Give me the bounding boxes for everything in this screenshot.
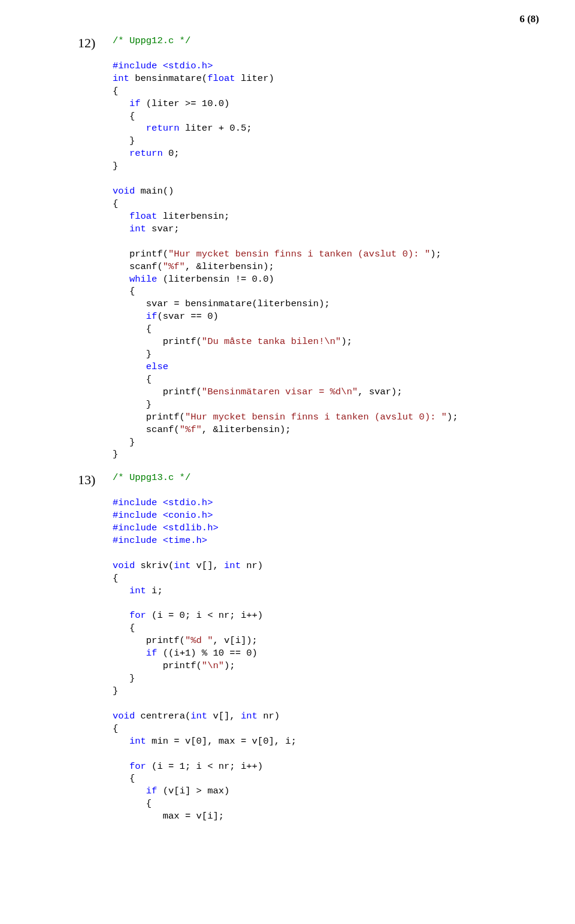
comment: /* Uppg13.c */	[113, 472, 190, 483]
kw: for	[129, 610, 146, 621]
include: #include <stdlib.h>	[113, 523, 219, 533]
brace: }	[146, 399, 152, 410]
str: "%d "	[185, 635, 213, 646]
code: printf(	[113, 635, 185, 646]
code: printf(	[113, 660, 202, 671]
kw: while	[129, 274, 158, 285]
kw: int	[113, 73, 129, 84]
kw: else	[146, 361, 168, 372]
kw: void	[113, 186, 135, 197]
brace: {	[113, 86, 118, 96]
code-block-13: /* Uppg13.c */ #include <stdio.h> #inclu…	[113, 472, 296, 823]
kw: int	[174, 560, 190, 571]
code: , &literbensin);	[202, 424, 291, 435]
code: nr)	[241, 560, 263, 571]
kw: void	[113, 560, 135, 571]
code: );	[224, 660, 235, 671]
brace: {	[129, 773, 135, 784]
str: "Hur mycket bensin finns i tanken (avslu…	[168, 249, 430, 259]
page-number: 6 (8)	[519, 13, 539, 25]
brace: {	[129, 623, 135, 633]
str: "Hur mycket bensin finns i tanken (avslu…	[185, 412, 447, 422]
kw: if	[146, 311, 158, 322]
item-number-13: 13)	[78, 472, 113, 489]
str: "\n"	[202, 660, 224, 671]
code: liter)	[235, 73, 274, 84]
code: centrera(	[135, 711, 190, 721]
kw: if	[129, 98, 141, 109]
code: bensinmatare(	[129, 73, 207, 84]
kw: int	[224, 560, 241, 571]
kw: return	[129, 148, 163, 159]
code: v[],	[190, 560, 224, 571]
kw: int	[241, 711, 258, 721]
comment: /* Uppg12.c */	[113, 35, 190, 46]
item-13: 13) /* Uppg13.c */ #include <stdio.h> #i…	[78, 472, 497, 823]
brace: }	[129, 673, 135, 684]
code: , &literbensin);	[185, 261, 274, 272]
code: (svar == 0)	[157, 311, 218, 322]
item-12: 12) /* Uppg12.c */ #include <stdio.h> in…	[78, 35, 497, 461]
kw: void	[113, 711, 135, 721]
code: );	[447, 412, 458, 422]
kw: int	[129, 736, 146, 747]
document-page: 6 (8) 12) /* Uppg12.c */ #include <stdio…	[0, 0, 575, 847]
code: scanf(	[113, 424, 180, 435]
code: );	[341, 336, 352, 347]
include: #include <stdio.h>	[113, 497, 213, 508]
brace: }	[129, 135, 135, 146]
brace: {	[146, 324, 152, 334]
include: #include <stdio.h>	[113, 61, 213, 71]
code: nr)	[258, 711, 280, 721]
brace: {	[146, 374, 152, 385]
brace: }	[113, 686, 118, 696]
code: skriv(	[135, 560, 174, 571]
brace: }	[113, 449, 118, 460]
brace: {	[129, 286, 135, 297]
str: "Bensinmätaren visar = %d\n"	[202, 386, 358, 397]
kw: return	[146, 123, 180, 134]
include: #include <conio.h>	[113, 510, 213, 521]
str: "Du måste tanka bilen!\n"	[202, 336, 341, 347]
code: printf(	[113, 249, 168, 259]
str: "%f"	[163, 261, 185, 272]
code: printf(	[113, 336, 202, 347]
str: "%f"	[180, 424, 202, 435]
include: #include <time.h>	[113, 535, 207, 546]
kw: int	[129, 585, 146, 596]
kw: float	[129, 211, 158, 222]
brace: {	[113, 198, 118, 209]
code: scanf(	[113, 261, 163, 272]
code: , v[i]);	[213, 635, 257, 646]
brace: {	[113, 723, 118, 734]
code: printf(	[113, 412, 185, 422]
item-number-12: 12)	[78, 35, 113, 52]
code: svar = bensinmatare(literbensin);	[113, 298, 330, 309]
kw: float	[207, 73, 235, 84]
code: min = v[0], max = v[0], i;	[146, 736, 296, 747]
brace: }	[113, 161, 118, 171]
code: printf(	[113, 386, 202, 397]
code: (v[i] > max)	[157, 786, 229, 796]
brace: {	[113, 573, 118, 584]
brace: }	[129, 437, 135, 448]
code: v[],	[207, 711, 241, 721]
code-block-12: /* Uppg12.c */ #include <stdio.h> int be…	[113, 35, 458, 461]
code: liter + 0.5;	[180, 123, 252, 134]
kw: if	[146, 786, 158, 796]
code: literbensin;	[157, 211, 229, 222]
kw: int	[129, 224, 146, 234]
code: max = v[i];	[113, 811, 224, 822]
kw: if	[146, 648, 158, 659]
brace: {	[146, 798, 152, 809]
code: ((i+1) % 10 == 0)	[157, 648, 257, 659]
code: svar;	[146, 224, 180, 234]
code: (i = 1; i < nr; i++)	[146, 761, 263, 772]
brace: {	[129, 111, 135, 122]
code: 0;	[163, 148, 180, 159]
code: , svar);	[358, 386, 402, 397]
code: (i = 0; i < nr; i++)	[146, 610, 263, 621]
kw: for	[129, 761, 146, 772]
code: (literbensin != 0.0)	[157, 274, 274, 285]
kw: int	[190, 711, 207, 721]
